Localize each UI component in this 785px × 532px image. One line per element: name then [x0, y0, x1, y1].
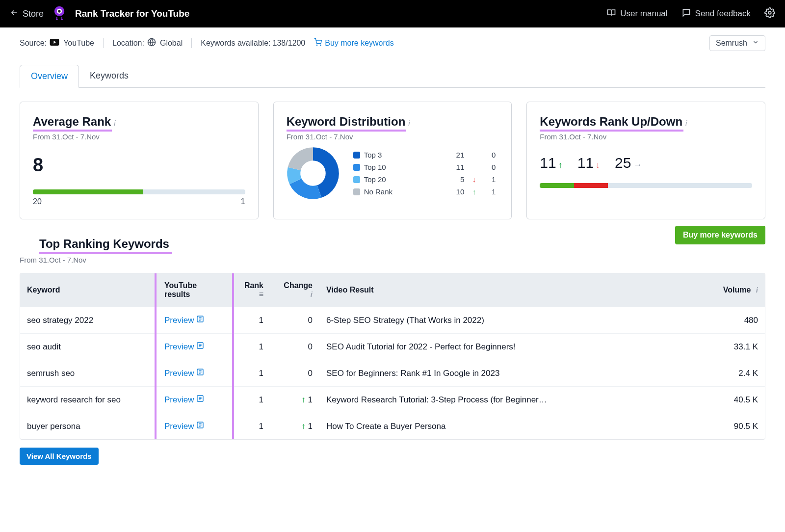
card-title: Keyword Distribution	[287, 115, 406, 129]
tab-overview[interactable]: Overview	[20, 65, 79, 88]
preview-icon	[196, 422, 204, 431]
info-icon[interactable]: i	[114, 119, 115, 127]
tabs: Overview Keywords	[20, 65, 765, 88]
cell-volume: 40.5 K	[711, 387, 765, 413]
card-rank-updown: Keywords Rank Up/Downi From 31.Oct - 7.N…	[526, 102, 765, 219]
table-row: seo strategy 2022Preview 106-Step SEO St…	[20, 307, 765, 334]
cell-change: ↑ 1	[270, 413, 319, 440]
col-video-result[interactable]: Video Result	[319, 273, 711, 307]
cell-video: 6-Step SEO Strategy (That Works in 2022)	[319, 307, 711, 334]
cell-keyword: keyword research for seo	[20, 387, 157, 413]
send-feedback-link[interactable]: Send feedback	[681, 8, 751, 20]
preview-icon	[196, 395, 204, 404]
chat-icon	[681, 8, 691, 20]
table-row: seo auditPreview 10SEO Audit Tutorial fo…	[20, 334, 765, 360]
table-row: buyer personaPreview 1↑ 1How To Create a…	[20, 413, 765, 440]
app-title: Rank Tracker for YouTube	[75, 8, 189, 19]
arrow-left-icon	[10, 8, 19, 20]
card-date: From 31.Oct - 7.Nov	[287, 133, 499, 141]
buy-more-keywords-button[interactable]: Buy more keywords	[675, 226, 765, 244]
svg-point-7	[320, 45, 321, 45]
gear-icon[interactable]	[764, 7, 775, 21]
donut-chart	[287, 147, 340, 200]
card-title: Average Rank	[33, 115, 111, 129]
col-volume[interactable]: Volume i	[711, 273, 765, 307]
keywords-available-label: Keywords available:	[201, 39, 270, 48]
view-all-keywords-button[interactable]: View All Keywords	[20, 448, 99, 465]
section-title: Top Ranking Keywords	[39, 237, 169, 251]
col-keyword[interactable]: Keyword	[20, 273, 157, 307]
book-icon	[606, 8, 616, 20]
keywords-available-value: 138/1200	[273, 39, 306, 48]
cell-keyword: seo strategy 2022	[20, 307, 157, 334]
rank-updown-bar	[540, 183, 752, 188]
cell-rank: 1	[231, 334, 270, 360]
avg-rank-bar	[33, 189, 245, 194]
cell-keyword: buyer persona	[20, 413, 157, 440]
source-value: YouTube	[63, 39, 94, 48]
card-keyword-distribution: Keyword Distributioni From 31.Oct - 7.No…	[273, 102, 512, 219]
cell-preview[interactable]: Preview	[157, 387, 231, 413]
col-youtube-results[interactable]: YouTube results	[157, 273, 231, 307]
svg-point-3	[768, 11, 771, 14]
cell-volume: 33.1 K	[711, 334, 765, 360]
col-change[interactable]: Change i	[270, 273, 319, 307]
cell-rank: 1	[231, 307, 270, 334]
preview-icon	[196, 369, 204, 378]
globe-icon	[147, 38, 156, 49]
rank-up-count: 11↑	[540, 155, 562, 171]
topbar: Store Rank Tracker for YouTube User manu…	[0, 0, 785, 27]
cell-change: 0	[270, 360, 319, 387]
project-select[interactable]: Semrush	[709, 35, 765, 51]
preview-icon	[196, 342, 204, 351]
rank-down-count: 11↓	[577, 155, 600, 171]
cell-preview[interactable]: Preview	[157, 334, 231, 360]
location-label: Location:	[112, 39, 144, 48]
info-icon[interactable]: i	[408, 119, 410, 127]
section-date: From 31.Oct - 7.Nov	[20, 256, 765, 264]
table-row: keyword research for seoPreview 1↑ 1Keyw…	[20, 387, 765, 413]
info-icon[interactable]: i	[311, 290, 313, 298]
cell-preview[interactable]: Preview	[157, 413, 231, 440]
cell-change: 0	[270, 334, 319, 360]
col-rank[interactable]: Rank ≡	[231, 273, 270, 307]
card-date: From 31.Oct - 7.Nov	[33, 133, 245, 141]
cell-video: SEO for Beginners: Rank #1 In Google in …	[319, 360, 711, 387]
cell-volume: 2.4 K	[711, 360, 765, 387]
keywords-table: Keyword YouTube results Rank ≡ Change i …	[20, 273, 765, 440]
back-to-store[interactable]: Store	[10, 8, 44, 20]
cell-change: 0	[270, 307, 319, 334]
cart-icon	[314, 38, 322, 48]
app-logo-icon	[52, 6, 67, 22]
store-label: Store	[23, 9, 44, 19]
cell-video: How To Create a Buyer Persona	[319, 413, 711, 440]
cell-keyword: seo audit	[20, 334, 157, 360]
cell-video: SEO Audit Tutorial for 2022 - Perfect fo…	[319, 334, 711, 360]
cell-rank: 1	[231, 387, 270, 413]
cell-rank: 1	[231, 360, 270, 387]
cell-change: ↑ 1	[270, 387, 319, 413]
tab-keywords[interactable]: Keywords	[79, 65, 139, 87]
sort-icon: ≡	[259, 290, 263, 298]
cell-keyword: semrush seo	[20, 360, 157, 387]
rank-same-count: 25→	[615, 155, 642, 171]
cell-preview[interactable]: Preview	[157, 307, 231, 334]
info-icon[interactable]: i	[756, 286, 758, 294]
info-icon[interactable]: i	[685, 119, 687, 127]
filter-bar: Source: YouTube Location: Global Keyword…	[0, 27, 785, 51]
chevron-down-icon	[752, 39, 759, 48]
location-value: Global	[160, 39, 183, 48]
avg-rank-value: 8	[33, 155, 245, 176]
card-date: From 31.Oct - 7.Nov	[540, 133, 752, 141]
buy-more-keywords-link[interactable]: Buy more keywords	[314, 38, 394, 48]
card-average-rank: Average Ranki From 31.Oct - 7.Nov 8 201	[20, 102, 259, 219]
source-label: Source:	[20, 39, 47, 48]
svg-point-2	[58, 10, 60, 12]
cell-preview[interactable]: Preview	[157, 360, 231, 387]
youtube-icon	[50, 39, 59, 48]
svg-point-6	[317, 45, 317, 45]
cell-volume: 480	[711, 307, 765, 334]
cell-video: Keyword Research Tutorial: 3-Step Proces…	[319, 387, 711, 413]
user-manual-link[interactable]: User manual	[606, 8, 667, 20]
preview-icon	[196, 316, 204, 325]
